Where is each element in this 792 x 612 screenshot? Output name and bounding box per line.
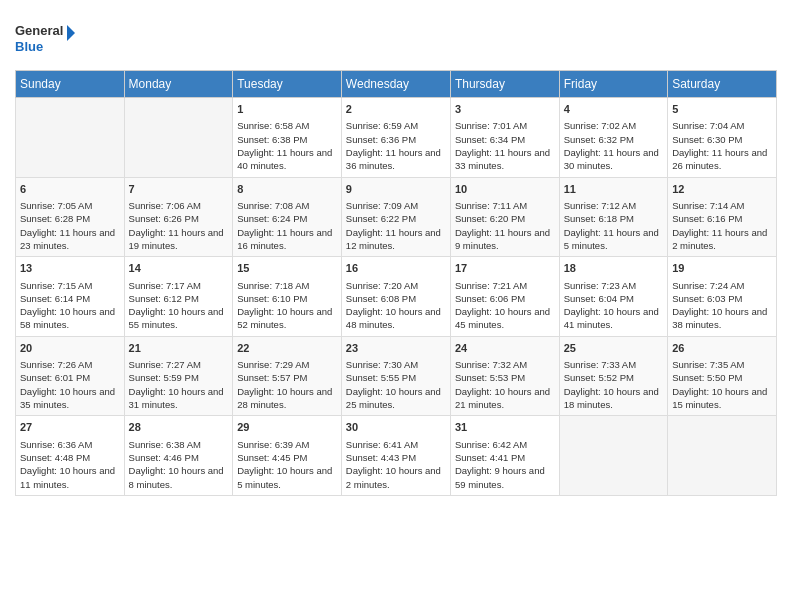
daylight-text: Daylight: 10 hours and 52 minutes. (237, 305, 337, 332)
sunrise-text: Sunrise: 7:23 AM (564, 279, 663, 292)
daylight-text: Daylight: 11 hours and 26 minutes. (672, 146, 772, 173)
calendar-cell: 28Sunrise: 6:38 AMSunset: 4:46 PMDayligh… (124, 416, 233, 496)
sunset-text: Sunset: 6:30 PM (672, 133, 772, 146)
daylight-text: Daylight: 10 hours and 38 minutes. (672, 305, 772, 332)
sunset-text: Sunset: 6:06 PM (455, 292, 555, 305)
day-header-thursday: Thursday (450, 71, 559, 98)
sunrise-text: Sunrise: 7:09 AM (346, 199, 446, 212)
sunset-text: Sunset: 6:38 PM (237, 133, 337, 146)
daylight-text: Daylight: 10 hours and 15 minutes. (672, 385, 772, 412)
daylight-text: Daylight: 10 hours and 21 minutes. (455, 385, 555, 412)
sunrise-text: Sunrise: 7:05 AM (20, 199, 120, 212)
calendar-cell: 16Sunrise: 7:20 AMSunset: 6:08 PMDayligh… (341, 257, 450, 337)
day-number: 30 (346, 420, 446, 435)
sunrise-text: Sunrise: 7:24 AM (672, 279, 772, 292)
calendar-cell: 15Sunrise: 7:18 AMSunset: 6:10 PMDayligh… (233, 257, 342, 337)
daylight-text: Daylight: 10 hours and 28 minutes. (237, 385, 337, 412)
daylight-text: Daylight: 11 hours and 12 minutes. (346, 226, 446, 253)
day-number: 17 (455, 261, 555, 276)
sunset-text: Sunset: 5:53 PM (455, 371, 555, 384)
sunset-text: Sunset: 5:57 PM (237, 371, 337, 384)
day-header-monday: Monday (124, 71, 233, 98)
calendar-cell: 30Sunrise: 6:41 AMSunset: 4:43 PMDayligh… (341, 416, 450, 496)
sunset-text: Sunset: 6:08 PM (346, 292, 446, 305)
day-number: 10 (455, 182, 555, 197)
daylight-text: Daylight: 10 hours and 5 minutes. (237, 464, 337, 491)
daylight-text: Daylight: 10 hours and 45 minutes. (455, 305, 555, 332)
sunrise-text: Sunrise: 7:32 AM (455, 358, 555, 371)
daylight-text: Daylight: 10 hours and 48 minutes. (346, 305, 446, 332)
calendar-week-4: 20Sunrise: 7:26 AMSunset: 6:01 PMDayligh… (16, 336, 777, 416)
sunset-text: Sunset: 6:01 PM (20, 371, 120, 384)
sunrise-text: Sunrise: 7:14 AM (672, 199, 772, 212)
day-number: 28 (129, 420, 229, 435)
sunset-text: Sunset: 4:45 PM (237, 451, 337, 464)
sunset-text: Sunset: 6:22 PM (346, 212, 446, 225)
sunrise-text: Sunrise: 7:04 AM (672, 119, 772, 132)
sunset-text: Sunset: 6:10 PM (237, 292, 337, 305)
sunset-text: Sunset: 6:14 PM (20, 292, 120, 305)
sunrise-text: Sunrise: 7:08 AM (237, 199, 337, 212)
calendar-week-1: 1Sunrise: 6:58 AMSunset: 6:38 PMDaylight… (16, 98, 777, 178)
day-number: 12 (672, 182, 772, 197)
sunrise-text: Sunrise: 7:29 AM (237, 358, 337, 371)
sunrise-text: Sunrise: 6:41 AM (346, 438, 446, 451)
daylight-text: Daylight: 11 hours and 30 minutes. (564, 146, 663, 173)
calendar-cell: 11Sunrise: 7:12 AMSunset: 6:18 PMDayligh… (559, 177, 667, 257)
daylight-text: Daylight: 11 hours and 23 minutes. (20, 226, 120, 253)
daylight-text: Daylight: 10 hours and 35 minutes. (20, 385, 120, 412)
svg-marker-2 (67, 25, 75, 41)
sunset-text: Sunset: 6:24 PM (237, 212, 337, 225)
sunset-text: Sunset: 4:48 PM (20, 451, 120, 464)
day-number: 16 (346, 261, 446, 276)
calendar-cell (124, 98, 233, 178)
sunrise-text: Sunrise: 6:58 AM (237, 119, 337, 132)
calendar-cell: 3Sunrise: 7:01 AMSunset: 6:34 PMDaylight… (450, 98, 559, 178)
sunset-text: Sunset: 6:20 PM (455, 212, 555, 225)
day-number: 21 (129, 341, 229, 356)
calendar-cell: 5Sunrise: 7:04 AMSunset: 6:30 PMDaylight… (668, 98, 777, 178)
sunrise-text: Sunrise: 7:12 AM (564, 199, 663, 212)
calendar-cell: 18Sunrise: 7:23 AMSunset: 6:04 PMDayligh… (559, 257, 667, 337)
calendar-cell: 13Sunrise: 7:15 AMSunset: 6:14 PMDayligh… (16, 257, 125, 337)
daylight-text: Daylight: 10 hours and 18 minutes. (564, 385, 663, 412)
sunset-text: Sunset: 4:46 PM (129, 451, 229, 464)
sunrise-text: Sunrise: 6:42 AM (455, 438, 555, 451)
day-number: 14 (129, 261, 229, 276)
day-number: 8 (237, 182, 337, 197)
daylight-text: Daylight: 10 hours and 58 minutes. (20, 305, 120, 332)
sunset-text: Sunset: 5:52 PM (564, 371, 663, 384)
day-header-friday: Friday (559, 71, 667, 98)
sunrise-text: Sunrise: 7:33 AM (564, 358, 663, 371)
svg-text:Blue: Blue (15, 39, 43, 54)
day-number: 27 (20, 420, 120, 435)
calendar-week-2: 6Sunrise: 7:05 AMSunset: 6:28 PMDaylight… (16, 177, 777, 257)
day-number: 24 (455, 341, 555, 356)
sunset-text: Sunset: 6:26 PM (129, 212, 229, 225)
day-number: 18 (564, 261, 663, 276)
daylight-text: Daylight: 10 hours and 31 minutes. (129, 385, 229, 412)
calendar-week-5: 27Sunrise: 6:36 AMSunset: 4:48 PMDayligh… (16, 416, 777, 496)
calendar-cell: 31Sunrise: 6:42 AMSunset: 4:41 PMDayligh… (450, 416, 559, 496)
logo: General Blue (15, 15, 75, 60)
day-header-saturday: Saturday (668, 71, 777, 98)
sunrise-text: Sunrise: 7:17 AM (129, 279, 229, 292)
sunrise-text: Sunrise: 7:20 AM (346, 279, 446, 292)
svg-text:General: General (15, 23, 63, 38)
page-header: General Blue (15, 15, 777, 60)
sunset-text: Sunset: 6:36 PM (346, 133, 446, 146)
sunrise-text: Sunrise: 7:11 AM (455, 199, 555, 212)
sunset-text: Sunset: 4:41 PM (455, 451, 555, 464)
daylight-text: Daylight: 10 hours and 8 minutes. (129, 464, 229, 491)
calendar-cell: 6Sunrise: 7:05 AMSunset: 6:28 PMDaylight… (16, 177, 125, 257)
sunset-text: Sunset: 6:32 PM (564, 133, 663, 146)
daylight-text: Daylight: 11 hours and 36 minutes. (346, 146, 446, 173)
sunrise-text: Sunrise: 7:15 AM (20, 279, 120, 292)
sunrise-text: Sunrise: 7:21 AM (455, 279, 555, 292)
day-number: 20 (20, 341, 120, 356)
calendar-cell: 4Sunrise: 7:02 AMSunset: 6:32 PMDaylight… (559, 98, 667, 178)
sunset-text: Sunset: 6:03 PM (672, 292, 772, 305)
day-number: 25 (564, 341, 663, 356)
sunrise-text: Sunrise: 7:35 AM (672, 358, 772, 371)
daylight-text: Daylight: 11 hours and 9 minutes. (455, 226, 555, 253)
